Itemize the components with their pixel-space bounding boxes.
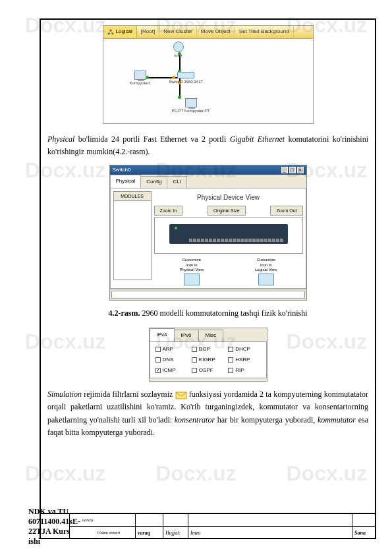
switch-icon (177, 72, 194, 78)
text-italic: konsentrator (175, 415, 215, 424)
checkbox-arp[interactable]: ARP (155, 345, 188, 354)
checkbox-dns[interactable]: DNS (155, 356, 188, 365)
logical-tab[interactable]: Logical (103, 26, 137, 38)
move-object-button[interactable]: Move Object (197, 26, 235, 38)
led-icon (175, 227, 177, 229)
checkbox-label: BGP (199, 345, 210, 354)
title-block-cell: O'zlam nomeri (95, 527, 136, 539)
switch-device[interactable]: Switch0 2960-241T (169, 72, 204, 86)
set-background-button[interactable]: Set Tiled Background (235, 26, 294, 38)
customize-label: Physical View (179, 268, 204, 272)
port-icon (244, 239, 248, 242)
physical-device-view-title: Physical Device View (154, 191, 303, 204)
checkbox-icon (228, 357, 233, 363)
checkbox-ospf[interactable]: OSPF (192, 366, 224, 375)
caption-text: 2960 modelli kommutatorning tashqi fizik… (140, 308, 307, 318)
maximize-button[interactable]: □ (289, 167, 296, 173)
original-size-button[interactable]: Original Size (208, 206, 246, 216)
port-icon (268, 239, 271, 242)
port-icon (272, 239, 275, 242)
filter-tabs: IPv4 IPv6 Misc (150, 328, 267, 342)
port-icon (240, 239, 244, 242)
topology-icon (107, 28, 114, 35)
customize-label: Logical View (255, 268, 277, 272)
window-tabs: Physical Config CLI (110, 175, 306, 189)
zoom-in-button[interactable]: Zoom In (154, 206, 183, 216)
checkbox-label: ARP (163, 345, 173, 354)
port-icon (276, 239, 279, 242)
checkbox-label: RIP (235, 366, 244, 375)
close-button[interactable]: × (297, 167, 304, 173)
port-icon (229, 239, 232, 242)
checkbox-icon (228, 347, 233, 352)
zoom-out-button[interactable]: Zoom Out (270, 206, 302, 216)
window-body: MODULES Physical Device View Zoom In Ori… (110, 189, 306, 289)
text-italic: Gigabit Ethernet (230, 134, 285, 144)
switch-thumbnail-icon (258, 274, 274, 285)
title-block-cell: varaq (136, 527, 163, 539)
new-cluster-button[interactable]: New Cluster (159, 26, 197, 38)
pc-device[interactable]: Kompyuter1 (130, 71, 151, 87)
port-icon (280, 239, 283, 242)
page-number-cell (70, 527, 95, 539)
checkbox-dhcp[interactable]: DHCP (228, 345, 260, 354)
tab-misc[interactable]: Misc (198, 330, 223, 341)
root-button[interactable]: [Root] (137, 26, 159, 38)
tab-cli[interactable]: CLI (167, 176, 186, 188)
tab-physical[interactable]: Physical (110, 175, 142, 188)
router-device[interactable]: roter (173, 42, 184, 59)
port-icon (260, 239, 264, 242)
port-icon (233, 239, 236, 242)
page-label: varaq (70, 514, 95, 527)
checkbox-hsrp[interactable]: HSRP (228, 356, 260, 365)
checkbox-label: HSRP (235, 356, 250, 365)
title-block-cell: Hujjat: (163, 527, 188, 539)
switch-window: Switch0 _ □ × Physical Config CLI MODULE… (109, 165, 307, 301)
checkbox-label: DNS (163, 356, 174, 365)
tab-ipv6[interactable]: IPv6 (174, 330, 199, 341)
text: rejimida filtrlarni sozlaymiz (82, 390, 175, 399)
port-icon (217, 239, 220, 242)
port-icon (189, 239, 192, 242)
device-view[interactable] (154, 217, 303, 254)
checkbox-eigrp[interactable]: EIGRP (192, 356, 224, 365)
port-row (189, 239, 283, 242)
title-block-cell (352, 514, 376, 527)
tab-config[interactable]: Config (140, 176, 167, 188)
window-footer (110, 289, 306, 300)
title-block-cell: Imzo (188, 527, 352, 539)
footer-textbox[interactable] (111, 291, 305, 299)
port-icon (248, 239, 252, 242)
checkbox-rip[interactable]: RIP (228, 366, 260, 375)
checkbox-label: ICMP (163, 366, 176, 375)
checkbox-icmp[interactable]: ICMP (155, 366, 188, 375)
paragraph-2: Simulation rejimida filtrlarni sozlaymiz… (47, 388, 368, 439)
checkbox-icon (155, 357, 161, 363)
port-icon (256, 239, 260, 242)
customize-logical[interactable]: Customize Icon in Logical View (255, 258, 277, 285)
packet-tracer-screenshot: Logical [Root] New Cluster Move Object S… (103, 25, 314, 124)
title-block-cell (163, 514, 188, 527)
checkbox-bgp[interactable]: BGP (192, 345, 224, 354)
title-block: NDK va TU 60711400.41sE-22TJA Kurs ishi … (40, 513, 376, 539)
port-icon (213, 239, 216, 242)
port-icon (252, 239, 256, 242)
modules-panel: MODULES (113, 191, 152, 285)
zoom-controls: Zoom In Original Size Zoom Out (154, 206, 303, 216)
tab-ipv4[interactable]: IPv4 (150, 328, 175, 341)
port-icon (225, 239, 228, 242)
pc-device[interactable]: PC-PT Kompyuter-PT (172, 98, 210, 115)
pc-icon (185, 98, 197, 107)
switch-chassis (169, 224, 288, 244)
customize-label: Customize (179, 258, 204, 262)
port-icon (201, 239, 204, 242)
customize-physical[interactable]: Customize Icon in Physical View (179, 258, 204, 285)
logical-label: Logical (116, 28, 132, 36)
minimize-button[interactable]: _ (281, 167, 288, 173)
content-area: Logical [Root] New Cluster Move Object S… (47, 25, 368, 509)
checkbox-label: OSPF (199, 366, 213, 375)
port-icon (205, 239, 208, 242)
device-label: PC-PT Kompyuter-PT (172, 108, 210, 115)
modules-header: MODULES (113, 191, 152, 201)
modules-list[interactable] (113, 201, 152, 280)
